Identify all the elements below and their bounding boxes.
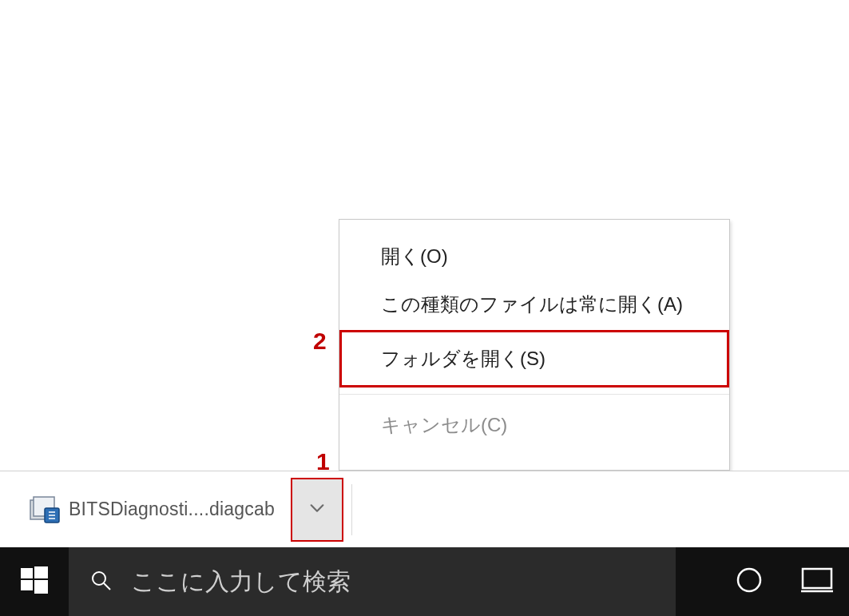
svg-rect-5 — [21, 580, 33, 590]
menu-divider — [339, 394, 729, 395]
svg-rect-4 — [34, 566, 48, 578]
search-icon — [89, 569, 131, 594]
svg-point-7 — [93, 572, 105, 585]
download-separator — [351, 484, 352, 535]
annotation-2: 2 — [313, 328, 327, 355]
taskbar-search[interactable]: ここに入力して検索 — [69, 547, 676, 616]
taskbar: ここに入力して検索 — [0, 547, 849, 616]
diagcab-file-icon — [29, 494, 61, 526]
task-view-button[interactable] — [785, 547, 849, 616]
download-options-button[interactable] — [291, 478, 343, 542]
download-context-menu: 開く(O) この種類のファイルは常に開く(A) フォルダを開く(S) キャンセル… — [339, 219, 730, 471]
svg-rect-10 — [803, 569, 831, 588]
cortana-button[interactable] — [713, 547, 785, 616]
chevron-down-icon — [308, 499, 326, 520]
download-file-name: BITSDiagnosti....diagcab — [69, 499, 275, 520]
svg-rect-3 — [21, 568, 33, 578]
menu-cancel[interactable]: キャンセル(C) — [339, 401, 729, 449]
start-button[interactable] — [0, 547, 69, 616]
svg-line-8 — [104, 583, 110, 590]
svg-rect-6 — [34, 580, 48, 594]
search-placeholder: ここに入力して検索 — [131, 566, 351, 598]
windows-logo-icon — [21, 566, 48, 597]
menu-always-open[interactable]: この種類のファイルは常に開く(A) — [339, 280, 729, 328]
svg-point-9 — [738, 569, 760, 591]
task-view-icon — [801, 566, 833, 598]
download-item[interactable]: BITSDiagnosti....diagcab — [29, 471, 352, 547]
menu-show-in-folder[interactable]: フォルダを開く(S) — [341, 332, 728, 386]
menu-open[interactable]: 開く(O) — [339, 232, 729, 280]
cortana-circle-icon — [736, 566, 763, 597]
download-shelf: BITSDiagnosti....diagcab — [0, 471, 849, 547]
